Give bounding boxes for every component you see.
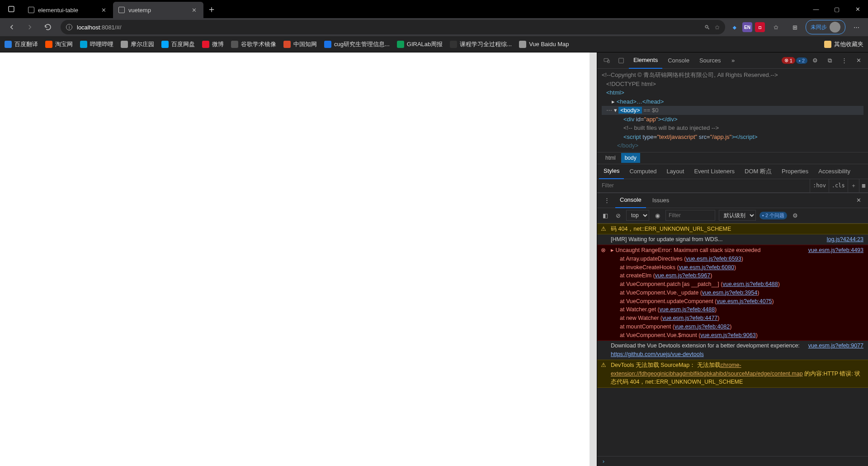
bookmark-item[interactable]: 哔哩哔哩 bbox=[80, 40, 113, 48]
dom-selected-row[interactable]: ⋯ ▾ <body> == $0 bbox=[602, 106, 863, 115]
source-link[interactable]: vue.esm.js?efeb:6593 bbox=[686, 256, 741, 262]
dom-tag[interactable]: <head>…</head> bbox=[617, 98, 664, 105]
bookmark-item[interactable]: 中国知网 bbox=[283, 40, 317, 48]
reload-button[interactable] bbox=[40, 20, 56, 34]
console-prompt[interactable]: › bbox=[597, 456, 868, 466]
gear-icon[interactable]: ⚙ bbox=[808, 52, 822, 69]
tab-layout[interactable]: Layout bbox=[662, 164, 689, 179]
issues-button[interactable]: ▪ 2 个问题 bbox=[760, 212, 787, 219]
tab-console[interactable]: Console bbox=[663, 52, 694, 69]
tab-accessibility[interactable]: Accessibility bbox=[814, 164, 855, 179]
console-log[interactable]: 码 404，net::ERR_UNKNOWN_URL_SCHEME [HMR] … bbox=[597, 223, 868, 456]
sidebar-toggle-icon[interactable]: ◧ bbox=[601, 207, 610, 223]
bookmark-item[interactable]: 百度翻译 bbox=[5, 40, 38, 48]
favicon-icon bbox=[324, 41, 331, 48]
close-icon[interactable]: ✕ bbox=[99, 6, 108, 14]
page-content[interactable] bbox=[0, 52, 597, 466]
more-tabs-icon[interactable]: » bbox=[726, 52, 740, 69]
crumb-html[interactable]: html bbox=[602, 153, 619, 163]
other-bookmarks[interactable]: 其他收藏夹 bbox=[824, 40, 863, 48]
source-link[interactable]: vue.esm.js?efeb:4075 bbox=[717, 298, 772, 304]
devtools-link[interactable]: https://github.com/vuejs/vue-devtools bbox=[611, 351, 704, 357]
menu-icon[interactable]: ⋯ bbox=[848, 20, 864, 34]
bookmark-item[interactable]: 淘宝网 bbox=[45, 40, 73, 48]
clear-icon[interactable]: ⊘ bbox=[613, 207, 623, 223]
info-icon[interactable]: i bbox=[66, 24, 72, 30]
eye-icon[interactable]: ◉ bbox=[653, 207, 662, 223]
close-icon[interactable]: ✕ bbox=[190, 6, 198, 14]
source-link[interactable]: vue.esm.js?efeb:9063 bbox=[700, 332, 755, 338]
tab-event-listeners[interactable]: Event Listeners bbox=[689, 164, 739, 179]
drawer-tab-issues[interactable]: Issues bbox=[648, 193, 674, 208]
drawer-tab-console[interactable]: Console bbox=[615, 193, 646, 208]
source-link[interactable]: vue.esm.js?efeb:4488 bbox=[660, 306, 715, 313]
close-icon[interactable]: ✕ bbox=[852, 52, 865, 69]
extension-icon[interactable]: EN bbox=[742, 22, 752, 32]
source-link[interactable]: log.js?4244:23 bbox=[827, 235, 863, 244]
extension-icon[interactable]: ◆ bbox=[730, 22, 740, 32]
bookmark-item[interactable]: Vue Baidu Map bbox=[519, 40, 569, 48]
bookmark-label: cug研究生管理信息... bbox=[334, 40, 390, 48]
bookmark-item[interactable]: 摩尔庄园 bbox=[121, 40, 154, 48]
add-style-icon[interactable]: ＋ bbox=[848, 179, 859, 192]
device-toggle-icon[interactable] bbox=[600, 52, 613, 69]
level-select[interactable]: 默认级别 bbox=[719, 210, 756, 221]
forward-button[interactable] bbox=[22, 20, 38, 34]
source-link[interactable]: vue.esm.js?efeb:6080 bbox=[679, 264, 734, 271]
dom-tree[interactable]: <!--Copyright © 青岛研锦网络科技有限公司, All Rights… bbox=[597, 69, 868, 152]
source-link[interactable]: vue.esm.js?efeb:3954 bbox=[702, 290, 757, 296]
source-link[interactable]: vue.esm.js?efeb:6488 bbox=[722, 281, 778, 287]
bookmark-item[interactable]: 微博 bbox=[202, 40, 224, 48]
browser-tab-0[interactable]: elementui-table ✕ bbox=[23, 2, 113, 18]
tab-sources[interactable]: Sources bbox=[695, 52, 726, 69]
tab-computed[interactable]: Computed bbox=[625, 164, 661, 179]
favorites-icon[interactable]: ✩ bbox=[768, 20, 784, 34]
console-filter-input[interactable] bbox=[665, 210, 715, 221]
app-icon[interactable] bbox=[0, 5, 23, 13]
sync-button[interactable]: 未同步 bbox=[806, 20, 845, 34]
sync-label: 未同步 bbox=[811, 24, 827, 31]
address-bar[interactable]: i localhost:8081/#/ 🔍︎ ✩ bbox=[61, 20, 725, 34]
zoom-icon[interactable]: 🔍︎ bbox=[704, 24, 710, 31]
new-tab-button[interactable]: ＋ bbox=[203, 1, 220, 17]
star-icon[interactable]: ✩ bbox=[715, 24, 720, 31]
issue-badge[interactable]: ▪ 2 bbox=[796, 57, 807, 64]
gear-icon[interactable]: ⚙ bbox=[791, 207, 800, 223]
back-button[interactable] bbox=[4, 20, 20, 34]
dom-tag[interactable]: <html> bbox=[606, 89, 624, 96]
inspect-icon[interactable] bbox=[614, 52, 628, 69]
kebab-icon[interactable]: ⋮ bbox=[600, 192, 613, 209]
bookmark-item[interactable]: cug研究生管理信息... bbox=[324, 40, 390, 48]
hov-toggle[interactable]: :hov bbox=[810, 179, 829, 192]
kebab-icon[interactable]: ⋮ bbox=[837, 52, 851, 69]
crumb-body[interactable]: body bbox=[621, 153, 640, 163]
source-link[interactable]: vue.esm.js?efeb:4082 bbox=[675, 323, 730, 330]
maximize-button[interactable]: ▢ bbox=[826, 0, 847, 18]
bookmark-item[interactable]: 课程学习全过程综... bbox=[450, 40, 512, 48]
context-select[interactable]: top bbox=[626, 210, 649, 221]
source-link[interactable]: vue.esm.js?efeb:9077 bbox=[808, 342, 863, 350]
devtools-panel: Elements Console Sources » ⊗ 1 ▪ 2 ⚙ ⧉ ⋮… bbox=[597, 52, 868, 466]
tab-elements[interactable]: Elements bbox=[629, 52, 662, 69]
bookmark-item[interactable]: 百度网盘 bbox=[161, 40, 195, 48]
error-badge[interactable]: ⊗ 1 bbox=[782, 57, 795, 64]
browser-tab-1[interactable]: vuetemp ✕ bbox=[113, 2, 203, 18]
dock-icon[interactable]: ⧉ bbox=[823, 52, 836, 69]
tab-styles[interactable]: Styles bbox=[599, 164, 624, 179]
collections-icon[interactable]: ⊞ bbox=[787, 20, 803, 34]
source-link[interactable]: vue.esm.js?efeb:5967 bbox=[655, 272, 710, 279]
source-link[interactable]: vue.esm.js?efeb:4477 bbox=[662, 315, 717, 321]
extension-icon[interactable]: ◘ bbox=[755, 22, 765, 32]
close-icon[interactable]: ✕ bbox=[852, 192, 865, 209]
bookmark-item[interactable]: GIRALab周报 bbox=[397, 40, 443, 48]
tab-dom-breakpoints[interactable]: DOM 断点 bbox=[740, 164, 776, 179]
close-button[interactable]: ✕ bbox=[847, 0, 868, 18]
source-link[interactable]: vue.esm.js?efeb:4493 bbox=[808, 246, 863, 255]
cls-toggle[interactable]: .cls bbox=[829, 179, 848, 192]
bookmark-item[interactable]: 谷歌学术镜像 bbox=[231, 40, 276, 48]
computed-sidebar-icon[interactable]: ▦ bbox=[859, 179, 868, 192]
minimize-button[interactable]: — bbox=[806, 0, 826, 18]
styles-filter-input[interactable] bbox=[597, 182, 810, 189]
tab-properties[interactable]: Properties bbox=[777, 164, 813, 179]
svg-rect-3 bbox=[619, 58, 624, 63]
